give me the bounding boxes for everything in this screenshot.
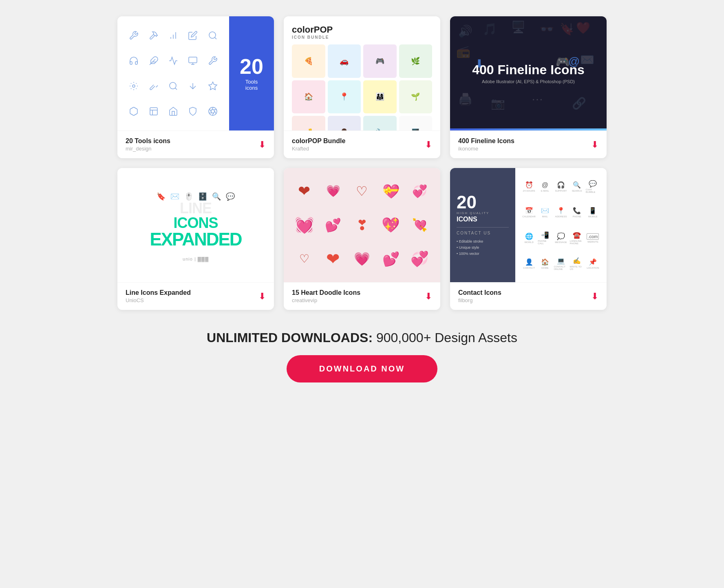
contact-icon-support: 🎧SUPPORT	[555, 181, 567, 192]
card-hearts-image: ❤ 💗 ♡ 💝 💞 💓 💕 ❣ 💖 💘 ♡ ❤ 💗 💕 💞	[284, 168, 440, 282]
contact-icon-online: 💻CONTACT ONLINE	[554, 257, 568, 270]
fineline-title: 400 Fineline Icons	[472, 63, 585, 77]
fineline-author: ikonome	[458, 146, 514, 152]
card-colorpop: colorPOP ICON BUNDLE 🍕 🚗 🎮 🌿 🏠 📍 👨‍👩‍👧 🌱…	[284, 16, 440, 158]
svg-point-11	[170, 82, 176, 89]
fineline-download-button[interactable]: ⬇	[591, 139, 598, 150]
download-now-button[interactable]: DOWNLOAD NOW	[287, 355, 437, 382]
colorpop-title: colorPOP Bundle	[292, 137, 345, 145]
contact-icon-mobile: 📱MOBILE	[588, 207, 598, 218]
line-author: UnioCS	[126, 297, 191, 303]
colorpop-brand: colorPOP	[292, 24, 432, 35]
tools-icons-grid	[117, 16, 229, 130]
svg-line-24	[212, 111, 215, 115]
colorpop-subtitle: ICON BUNDLE	[292, 35, 432, 40]
tools-author: mir_design	[126, 146, 170, 152]
card-tools-footer: 20 Tools icons mir_design ⬇	[117, 130, 274, 158]
contact-icon-website: .comWEBSITE	[587, 233, 599, 243]
contact-icons-label: ICONS	[457, 216, 509, 223]
contact-icon-landline: ☎️LANDLINE PHONE	[570, 231, 584, 245]
contact-download-button[interactable]: ⬇	[591, 291, 598, 302]
contact-icon-contact: 👤CONTACT	[523, 258, 535, 269]
contact-us-label: CONTACT US	[457, 227, 509, 235]
tools-title: 20 Tools icons	[126, 137, 170, 145]
fineline-bottom-bar	[450, 128, 607, 130]
contact-bullets: • Editable stroke• Unique style• 100% ve…	[457, 239, 509, 257]
svg-line-19	[214, 110, 216, 114]
hearts-title: 15 Heart Doodle Icons	[292, 289, 360, 296]
svg-line-21	[211, 107, 213, 111]
tools-download-button[interactable]: ⬇	[258, 139, 266, 150]
heart-1: ❤	[298, 184, 310, 199]
card-fineline-image: 🔊 🎵 🖥️ 👓 ↓ ❤️ 🔖 📻 ✉️ ⬇ @ 🎮 🖨️ 📷 ⋯ 🔗	[450, 16, 607, 130]
line-icons-logo: LINE ICONS EXPANDED	[150, 201, 241, 248]
heart-3: ♡	[356, 185, 368, 198]
svg-point-10	[132, 85, 135, 87]
contact-icon-24hours: ⏰24 HOURS	[523, 181, 535, 192]
heart-14: 💕	[382, 252, 400, 266]
line-icons-brand: unio | ▓▓▓	[183, 256, 209, 261]
svg-rect-15	[150, 108, 157, 115]
fineline-content: 400 Fineline Icons Adobe Illustrator (AI…	[472, 63, 585, 84]
contact-icon-location: 📌LOCATION	[587, 258, 599, 269]
card-contact-image: 20 HIGH QUALITY ICONS CONTACT US • Edita…	[450, 168, 607, 282]
hearts-download-button[interactable]: ⬇	[425, 291, 432, 302]
icon-packs-grid: 20 Toolsicons 20 Tools icons mir_design …	[117, 16, 607, 310]
heart-12: ❤	[326, 251, 340, 267]
contact-author: filborg	[458, 297, 501, 303]
contact-title: Contact Icons	[458, 289, 501, 296]
contact-icon-home: 🏠HOME	[541, 258, 549, 269]
contact-icon-world: 🌐WORLD	[524, 232, 533, 243]
heart-2: 💗	[326, 186, 340, 197]
card-tools-icons: 20 Toolsicons 20 Tools icons mir_design …	[117, 16, 274, 158]
colorpop-author: Krafted	[292, 146, 345, 152]
card-hearts: ❤ 💗 ♡ 💝 💞 💓 💕 ❣ 💖 💘 ♡ ❤ 💗 💕 💞 15 Heart D…	[284, 168, 440, 310]
contact-icon-phonecall: 📲PHONE CALL	[538, 231, 552, 245]
card-line-footer: Line Icons Expanded UnioCS ⬇	[117, 282, 274, 310]
svg-line-4	[214, 38, 216, 39]
card-fineline-footer: 400 Fineline Icons ikonome ⬇	[450, 130, 607, 158]
contact-icon-write: ✍️WRITE TO US	[570, 257, 584, 270]
contact-icon-search: 🔍SEARCH	[572, 181, 582, 192]
heart-8: ❣	[356, 218, 368, 232]
heart-11: ♡	[299, 253, 309, 265]
heart-4: 💝	[382, 184, 400, 198]
svg-point-3	[209, 32, 216, 38]
heart-9: 💖	[382, 218, 400, 232]
fineline-title-footer: 400 Fineline Icons	[458, 137, 514, 145]
svg-rect-7	[189, 57, 197, 63]
unlimited-text: UNLIMITED DOWNLOADS: 900,000+ Design Ass…	[117, 330, 607, 345]
card-colorpop-footer: colorPOP Bundle Krafted ⬇	[284, 130, 440, 158]
card-contact-footer: Contact Icons filborg ⬇	[450, 282, 607, 310]
card-line-image: 🔖 ✉️ 🖱️ 🗄️ 🔍 💬 LINE ICONS EXPANDED unio …	[117, 168, 274, 282]
card-tools-image: 20 Toolsicons	[117, 16, 274, 130]
unlimited-label: UNLIMITED DOWNLOADS:	[207, 330, 373, 345]
heart-6: 💓	[295, 217, 314, 233]
tools-number-badge: 20 Toolsicons	[229, 16, 274, 130]
contact-icon-calendar: 📅CALENDAR	[522, 207, 536, 218]
heart-10: 💘	[412, 219, 427, 231]
card-contact: 20 HIGH QUALITY ICONS CONTACT US • Edita…	[450, 168, 607, 310]
fineline-sub: Adobe Illustrator (AI, EPS) & Photoshop …	[472, 79, 585, 84]
colorpop-icons-grid: 🍕 🚗 🎮 🌿 🏠 📍 👨‍👩‍👧 🌱 💰 👨‍💼 🔧 🖥️	[292, 44, 432, 130]
heart-15: 💞	[411, 252, 429, 266]
svg-line-12	[175, 88, 177, 90]
hearts-author: creativevip	[292, 297, 360, 303]
contact-icon-chat: 💬CHAT BUBBLE	[586, 180, 600, 193]
colorpop-download-button[interactable]: ⬇	[425, 139, 432, 150]
heart-5: 💞	[412, 185, 427, 197]
contact-icon-address: 📍ADDRESS	[555, 207, 567, 218]
contact-icon-email: @E-MAIL	[541, 181, 549, 192]
contact-icon-message: 💭MESSAGE	[555, 232, 567, 243]
line-download-button[interactable]: ⬇	[258, 291, 266, 302]
bottom-cta: UNLIMITED DOWNLOADS: 900,000+ Design Ass…	[117, 330, 607, 382]
line-title: Line Icons Expanded	[126, 289, 191, 296]
contact-icon-phone: 📞PHONE	[573, 207, 581, 218]
contact-quality: HIGH QUALITY	[457, 211, 509, 215]
card-fineline: 🔊 🎵 🖥️ 👓 ↓ ❤️ 🔖 📻 ✉️ ⬇ @ 🎮 🖨️ 📷 ⋯ 🔗	[450, 16, 607, 158]
contact-count: 20	[457, 193, 509, 211]
contact-icons-grid: ⏰24 HOURS @E-MAIL 🎧SUPPORT 🔍SEARCH 💬CHAT…	[515, 168, 607, 282]
tools-label: Toolsicons	[245, 79, 258, 91]
card-colorpop-image: colorPOP ICON BUNDLE 🍕 🚗 🎮 🌿 🏠 📍 👨‍👩‍👧 🌱…	[284, 16, 440, 130]
svg-marker-14	[209, 82, 217, 90]
